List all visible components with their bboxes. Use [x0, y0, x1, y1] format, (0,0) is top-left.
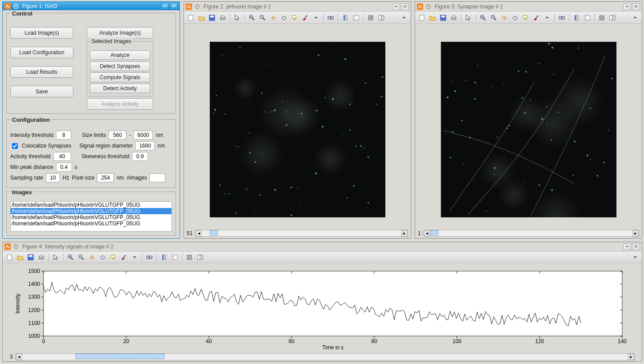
scroll-left-icon[interactable]: ◄ [424, 230, 430, 236]
detect-activity-button[interactable]: Detect Activity [90, 84, 150, 93]
pointer-icon[interactable] [51, 252, 61, 262]
print-icon[interactable] [36, 252, 46, 262]
titlebar[interactable]: Figure 4: Intensity signals of image # 2… [3, 242, 642, 252]
zoom-in-icon[interactable] [247, 13, 257, 23]
close-button[interactable]: ✕ [401, 3, 409, 10]
image-display[interactable] [210, 42, 385, 217]
zoom-in-icon[interactable] [478, 13, 488, 23]
nimages-input[interactable] [149, 173, 165, 182]
list-item[interactable]: /home/stefan/isadPhluorin/pHluorinVGLUTG… [11, 220, 172, 227]
pixel-input[interactable] [97, 173, 114, 182]
toolbar-menu-icon[interactable] [630, 13, 640, 23]
intensity-chart[interactable]: 0204060801001201401000110012001300140015… [13, 267, 631, 350]
datatip-icon[interactable] [521, 13, 531, 23]
rotate-icon[interactable] [279, 13, 289, 23]
pan-icon[interactable] [268, 13, 278, 23]
colorbar-icon[interactable] [159, 252, 169, 262]
activity-threshold-input[interactable] [53, 152, 71, 161]
legend-icon[interactable] [170, 252, 180, 262]
show-icon[interactable] [376, 13, 386, 23]
new-icon[interactable] [417, 13, 427, 23]
legend-icon[interactable] [351, 13, 361, 23]
save-icon[interactable] [207, 13, 217, 23]
load-image-button[interactable]: Load Image(s) [10, 27, 73, 39]
zoom-out-icon[interactable] [258, 13, 268, 23]
colocalize-checkbox[interactable] [12, 143, 18, 149]
minimize-button[interactable]: ━ [392, 3, 400, 10]
detect-synapses-button[interactable]: Detect Synapses [90, 61, 150, 71]
link-icon[interactable] [144, 252, 154, 262]
toolbar-menu-icon[interactable] [399, 13, 409, 23]
brush-icon[interactable] [300, 13, 310, 23]
minimize-button[interactable]: ━ [161, 3, 169, 10]
scroll-right-icon[interactable]: ► [632, 230, 639, 236]
close-button[interactable]: ✕ [632, 243, 640, 250]
load-results-button[interactable]: Load Results [10, 66, 73, 78]
analyze-button[interactable]: Analyze [90, 50, 150, 60]
analyze-activity-button[interactable]: Analyze Activity [87, 98, 153, 110]
titlebar[interactable]: Figure 3: Synapse image # 2 ━ ✕ [415, 2, 642, 12]
frame-slider[interactable]: ◄ ► [16, 353, 635, 360]
new-icon[interactable] [4, 252, 14, 262]
scroll-left-icon[interactable]: ◄ [196, 230, 202, 236]
hide-icon[interactable] [366, 13, 376, 23]
legend-icon[interactable] [582, 13, 592, 23]
compute-signals-button[interactable]: Compute Signals [90, 72, 150, 82]
hide-icon[interactable] [597, 13, 607, 23]
brush-icon[interactable] [119, 252, 129, 262]
link-icon[interactable] [326, 13, 336, 23]
open-icon[interactable] [428, 13, 437, 23]
dropdown-icon[interactable] [311, 13, 321, 23]
rotate-icon[interactable] [510, 13, 520, 23]
load-config-button[interactable]: Load Configuration [10, 47, 73, 58]
minimize-button[interactable]: ━ [623, 243, 631, 250]
skewness-input[interactable] [132, 152, 148, 161]
save-icon[interactable] [438, 13, 448, 23]
images-listbox[interactable]: /home/stefan/isadPhluorin/pHluorinVGLUTG… [10, 201, 172, 232]
open-icon[interactable] [196, 13, 206, 23]
save-button[interactable]: Save [10, 86, 73, 97]
analyze-images-button[interactable]: Analyze Image(s) [87, 27, 153, 39]
rotate-icon[interactable] [98, 252, 108, 262]
scroll-left-icon[interactable]: ◄ [16, 354, 22, 360]
list-item[interactable]: /home/stefan/isadPhluorin/pHluorinVGLUTG… [11, 208, 172, 214]
sampling-input[interactable] [46, 173, 60, 182]
save-icon[interactable] [26, 252, 36, 262]
intensity-threshold-input[interactable] [56, 131, 71, 140]
pointer-icon[interactable] [232, 13, 242, 23]
new-icon[interactable] [186, 13, 196, 23]
zoom-in-icon[interactable] [66, 252, 76, 262]
datatip-icon[interactable] [290, 13, 300, 23]
size-hi-input[interactable] [133, 131, 153, 140]
link-icon[interactable] [557, 13, 567, 23]
list-item[interactable]: /home/stefan/isadPhluorin/pHluorinVGLUTG… [11, 202, 172, 208]
zoom-out-icon[interactable] [489, 13, 499, 23]
colorbar-icon[interactable] [340, 13, 350, 23]
datatip-icon[interactable] [108, 252, 118, 262]
pan-icon[interactable] [500, 13, 509, 23]
close-button[interactable]: ✕ [170, 3, 178, 10]
scroll-right-icon[interactable]: ► [401, 230, 408, 236]
image-display[interactable] [441, 42, 616, 217]
list-item[interactable]: /home/stefan/isadPhluorin/pHluorinVGLUTG… [11, 214, 172, 220]
dropdown-icon[interactable] [130, 252, 140, 262]
hide-icon[interactable] [184, 252, 194, 262]
size-lo-input[interactable] [108, 131, 126, 140]
close-button[interactable]: ✕ [632, 3, 640, 10]
dropdown-icon[interactable] [542, 13, 552, 23]
minpeak-input[interactable] [56, 163, 72, 172]
show-icon[interactable] [195, 252, 205, 262]
minimize-button[interactable]: ━ [623, 3, 631, 10]
print-icon[interactable] [449, 13, 459, 23]
frame-slider[interactable]: ◄ ► [424, 230, 639, 237]
titlebar[interactable]: Figure 2: pHluorin image # 2 ━ ✕ [184, 2, 411, 12]
signal-diameter-input[interactable] [135, 141, 155, 150]
zoom-out-icon[interactable] [76, 252, 86, 262]
open-icon[interactable] [15, 252, 25, 262]
toolbar-menu-icon[interactable] [630, 252, 640, 262]
show-icon[interactable] [608, 13, 617, 23]
titlebar[interactable]: Figure 1: ISAD ━ ✕ [3, 2, 180, 10]
pointer-icon[interactable] [464, 13, 473, 23]
scroll-right-icon[interactable]: ► [628, 354, 634, 360]
print-icon[interactable] [218, 13, 228, 23]
